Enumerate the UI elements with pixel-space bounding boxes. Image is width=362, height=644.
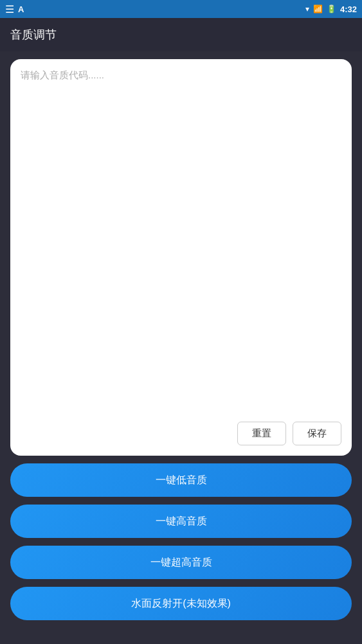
status-time: 4:32	[340, 4, 357, 14]
card-actions: 重置 保存	[21, 422, 341, 445]
water-reflect-button[interactable]: 水面反射开(未知效果)	[10, 587, 352, 620]
high-quality-button[interactable]: 一键高音质	[10, 505, 352, 538]
page-title: 音质调节	[10, 27, 57, 42]
status-bar-left: ☰ A	[5, 3, 24, 15]
title-bar: 音质调节	[0, 18, 362, 51]
status-bar-right: ▾ 📶 🔋 4:32	[305, 4, 357, 14]
ultra-quality-button[interactable]: 一键超高音质	[10, 546, 352, 579]
menu-icon: ☰	[5, 3, 14, 15]
wifi-icon: ▾	[305, 4, 309, 13]
main-content: 重置 保存 一键低音质 一键高音质 一键超高音质 水面反射开(未知效果)	[0, 51, 362, 628]
reset-button[interactable]: 重置	[237, 422, 286, 445]
code-input[interactable]	[21, 69, 341, 416]
signal-icon: 📶	[313, 4, 323, 13]
save-button[interactable]: 保存	[293, 422, 341, 445]
app-icon: A	[18, 4, 24, 14]
status-bar: ☰ A ▾ 📶 🔋 4:32	[0, 0, 362, 18]
code-card: 重置 保存	[10, 59, 352, 456]
low-quality-button[interactable]: 一键低音质	[10, 463, 352, 497]
battery-icon: 🔋	[327, 4, 336, 13]
